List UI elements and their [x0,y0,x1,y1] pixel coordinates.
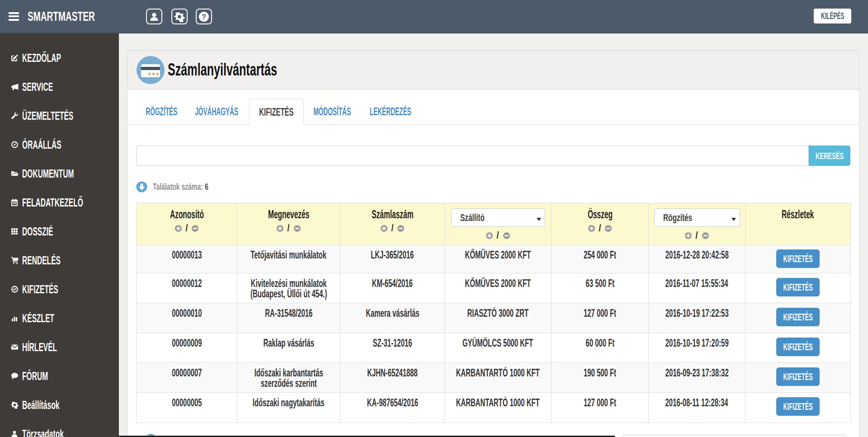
svg-text:?: ? [202,13,206,20]
